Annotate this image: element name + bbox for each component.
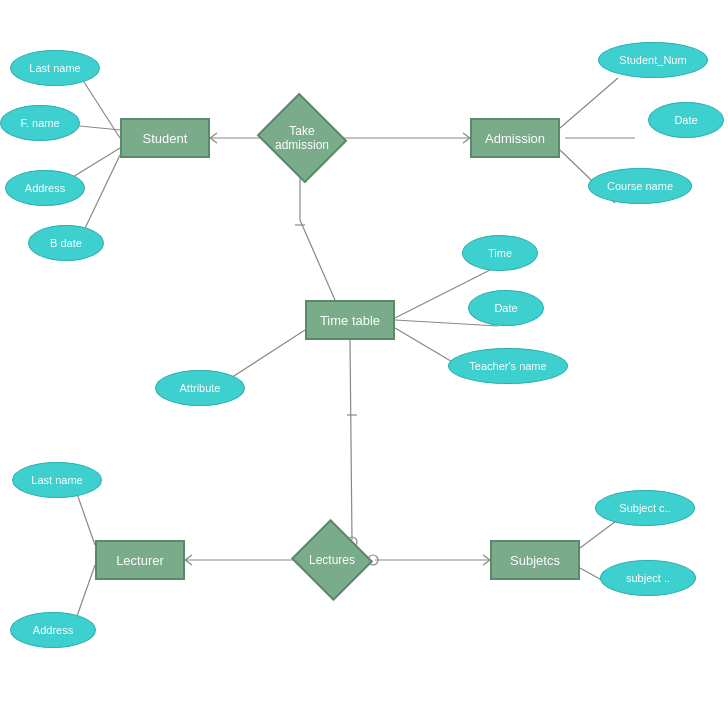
attribute-last-name-student-label: Last name — [29, 62, 80, 74]
attribute-bdate-student-label: B date — [50, 237, 82, 249]
attribute-last-name-lecturer-label: Last name — [31, 474, 82, 486]
svg-line-25 — [75, 488, 95, 545]
attribute-course-name[interactable]: Course name — [588, 168, 692, 204]
svg-line-22 — [350, 340, 352, 540]
entity-subjects-label: Subjetcs — [510, 553, 560, 568]
attribute-bdate-student[interactable]: B date — [28, 225, 104, 261]
attribute-address-lecturer[interactable]: Address — [10, 612, 96, 648]
attribute-subject-name-label: subject .. — [626, 572, 670, 584]
attribute-subject-code[interactable]: Subject c.. — [595, 490, 695, 526]
attribute-date-admission-label: Date — [674, 114, 697, 126]
attribute-course-name-label: Course name — [607, 180, 673, 192]
svg-line-34 — [483, 560, 490, 565]
entity-timetable[interactable]: Time table — [305, 300, 395, 340]
attribute-time-tt-label: Time — [488, 247, 512, 259]
svg-line-33 — [483, 555, 490, 560]
attribute-date-tt-label: Date — [494, 302, 517, 314]
attribute-subject-name[interactable]: subject .. — [600, 560, 696, 596]
diagram-lines — [0, 0, 728, 728]
attribute-address-student-label: Address — [25, 182, 65, 194]
relationship-take-admission-label: Take admission — [270, 124, 334, 152]
relationship-lectures-label: Lectures — [309, 553, 355, 567]
attribute-teacher-name-label: Teacher's name — [469, 360, 546, 372]
entity-lecturer[interactable]: Lecturer — [95, 540, 185, 580]
attribute-last-name-student[interactable]: Last name — [10, 50, 100, 86]
attribute-time-tt[interactable]: Time — [462, 235, 538, 271]
attribute-address-student[interactable]: Address — [5, 170, 85, 206]
attribute-last-name-lecturer[interactable]: Last name — [12, 462, 102, 498]
entity-admission[interactable]: Admission — [470, 118, 560, 158]
entity-student-label: Student — [143, 131, 188, 146]
attribute-student-num[interactable]: Student_Num — [598, 42, 708, 78]
svg-line-16 — [300, 220, 335, 300]
attribute-attribute-label: Attribute — [180, 382, 221, 394]
attribute-subject-code-label: Subject c.. — [619, 502, 670, 514]
svg-line-29 — [185, 560, 192, 565]
svg-line-12 — [560, 78, 618, 128]
attribute-date-admission[interactable]: Date — [648, 102, 724, 138]
attribute-date-tt[interactable]: Date — [468, 290, 544, 326]
attribute-student-num-label: Student_Num — [619, 54, 686, 66]
entity-admission-label: Admission — [485, 131, 545, 146]
entity-subjects[interactable]: Subjetcs — [490, 540, 580, 580]
attribute-address-lecturer-label: Address — [33, 624, 73, 636]
svg-line-11 — [463, 138, 470, 143]
entity-timetable-label: Time table — [320, 313, 380, 328]
attribute-attribute[interactable]: Attribute — [155, 370, 245, 406]
attribute-teacher-name[interactable]: Teacher's name — [448, 348, 568, 384]
svg-line-35 — [580, 518, 620, 548]
attribute-first-name-student-label: F. name — [20, 117, 59, 129]
svg-line-6 — [210, 138, 217, 143]
svg-line-5 — [210, 133, 217, 138]
entity-lecturer-label: Lecturer — [116, 553, 164, 568]
er-diagram: Student Admission Time table Lecturer Su… — [0, 0, 728, 728]
entity-student[interactable]: Student — [120, 118, 210, 158]
attribute-first-name-student[interactable]: F. name — [0, 105, 80, 141]
svg-line-28 — [185, 555, 192, 560]
svg-line-10 — [463, 133, 470, 138]
